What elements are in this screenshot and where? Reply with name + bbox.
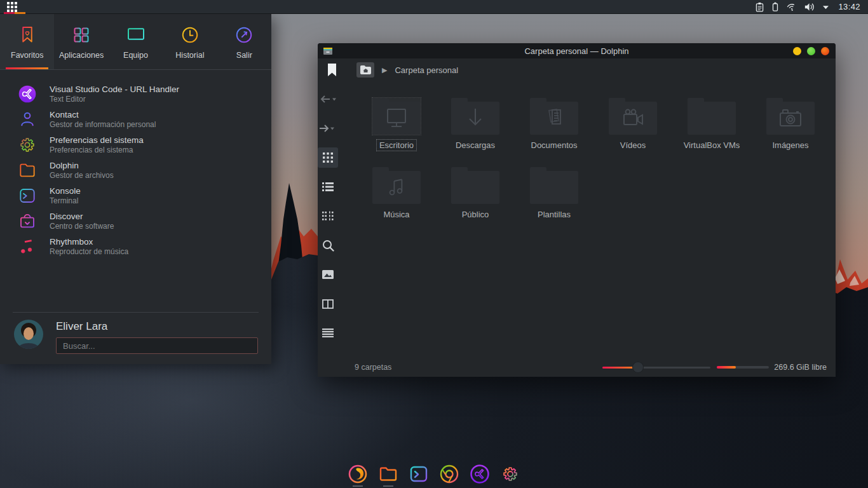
folder-documentos[interactable]: Documentos	[515, 98, 593, 151]
desktop: 13:42 Favoritos Aplicaciones Equip	[0, 0, 868, 488]
tab-label: Aplicaciones	[59, 51, 104, 60]
preview-icon[interactable]	[318, 264, 338, 285]
folder-label: Música	[381, 209, 412, 220]
logout-arrow-icon	[233, 24, 255, 46]
icons-view-button[interactable]	[318, 147, 338, 168]
app-title: Discover	[50, 211, 114, 222]
folder-label: VirtualBox VMs	[681, 140, 743, 151]
split-view-icon[interactable]	[318, 294, 338, 314]
folder-musica[interactable]: Música	[357, 167, 436, 220]
music-note-glyph	[372, 171, 421, 204]
app-item-kontact[interactable]: Kontact Gestor de información personal	[0, 107, 271, 132]
folder-videos[interactable]: Vídeos	[593, 98, 672, 151]
window-title: Carpeta personal — Dolphin	[318, 46, 836, 56]
bag-download-icon	[17, 210, 38, 232]
home-button[interactable]	[356, 62, 374, 78]
minimize-button[interactable]	[793, 47, 801, 55]
close-button[interactable]	[821, 47, 829, 55]
app-title: Dolphin	[50, 160, 114, 171]
plain-folder	[688, 102, 736, 135]
launcher-tabstrip: Favoritos Aplicaciones Equipo Historial	[0, 14, 271, 70]
system-tray: 13:42	[754, 1, 868, 13]
details-view-button[interactable]	[318, 206, 338, 226]
folder-escritorio[interactable]: Escritorio	[357, 98, 436, 151]
tab-historial[interactable]: Historial	[163, 14, 217, 69]
settings-gear-icon[interactable]	[499, 463, 521, 485]
search-input[interactable]	[56, 337, 258, 354]
vscode-icon	[17, 83, 38, 105]
volume-icon[interactable]	[804, 1, 816, 13]
folder-publico[interactable]: Público	[436, 167, 515, 220]
slider-handle[interactable]	[632, 362, 644, 373]
app-subtitle: Gestor de información personal	[50, 120, 156, 130]
monitor-glyph	[372, 102, 421, 135]
zoom-slider[interactable]	[602, 362, 710, 373]
forward-button[interactable]	[318, 118, 338, 139]
list-view-button[interactable]	[318, 177, 338, 197]
folder-descargas[interactable]: Descargas	[436, 98, 515, 151]
app-item-vscode[interactable]: Visual Studio Code - URL Handler Text Ed…	[0, 81, 271, 107]
folder-view: Escritorio Descargas Documentos	[338, 81, 840, 358]
chrome-icon[interactable]	[438, 463, 460, 485]
items-count: 9 carpetas	[355, 363, 391, 372]
app-subtitle: Gestor de archivos	[50, 171, 114, 180]
monitor-icon	[125, 24, 147, 46]
tab-salir[interactable]: Salir	[217, 14, 271, 69]
plain-folder	[451, 171, 499, 204]
maximize-button[interactable]	[807, 47, 815, 55]
network-icon[interactable]	[785, 1, 798, 13]
hamburger-menu-icon[interactable]	[318, 323, 338, 343]
music-notes-icon	[17, 236, 38, 257]
clock-icon	[179, 24, 201, 46]
tab-equipo[interactable]: Equipo	[109, 14, 163, 69]
download-arrow-glyph	[451, 102, 499, 135]
app-title: Konsole	[50, 186, 81, 196]
tab-favoritos[interactable]: Favoritos	[0, 14, 54, 69]
app-subtitle: Text Editor	[50, 95, 179, 104]
app-title: Visual Studio Code - URL Handler	[50, 84, 179, 95]
bookmark-icon[interactable]	[328, 64, 336, 77]
statusbar: 9 carpetas 269.6 GiB libre	[318, 358, 836, 377]
firefox-icon[interactable]	[347, 463, 369, 485]
folder-label: Vídeos	[618, 140, 648, 151]
favorites-list: Visual Studio Code - URL Handler Text Ed…	[0, 70, 271, 259]
app-title: Rhythmbox	[50, 236, 128, 247]
top-panel: 13:42	[0, 0, 868, 14]
folder-virtualbox-vms[interactable]: VirtualBox VMs	[672, 98, 751, 151]
app-subtitle: Reproductor de música	[50, 247, 128, 257]
search-icon[interactable]	[318, 235, 338, 255]
battery-icon[interactable]	[771, 1, 780, 13]
folder-label: Descargas	[453, 140, 498, 151]
chevron-down-icon[interactable]	[822, 1, 830, 13]
vscode-icon[interactable]	[469, 463, 491, 485]
app-subtitle: Preferencias del sistema	[50, 146, 144, 155]
clock[interactable]: 13:42	[836, 2, 860, 11]
disk-usage-bar	[717, 366, 769, 369]
photo-camera-glyph	[766, 102, 815, 135]
tab-label: Salir	[236, 51, 252, 60]
app-grid-icon	[70, 24, 93, 46]
divider	[13, 312, 259, 313]
user-area: Eliver Lara	[0, 312, 271, 364]
app-item-konsole[interactable]: Konsole Terminal	[0, 183, 271, 208]
app-item-preferencias[interactable]: Preferencias del sistema Preferencias de…	[0, 132, 271, 158]
app-item-rhythmbox[interactable]: Rhythmbox Reproductor de música	[0, 234, 271, 259]
launcher-active-underline	[4, 12, 25, 14]
dolphin-folder-icon[interactable]	[377, 463, 399, 485]
back-button[interactable]	[318, 89, 338, 109]
folder-plantillas[interactable]: Plantillas	[515, 167, 593, 220]
app-item-dolphin[interactable]: Dolphin Gestor de archivos	[0, 158, 271, 183]
app-item-discover[interactable]: Discover Centro de software	[0, 208, 271, 234]
avatar	[14, 320, 43, 349]
breadcrumb[interactable]: Carpeta personal	[395, 65, 458, 75]
app-launcher-button[interactable]	[0, 0, 28, 14]
tab-aplicaciones[interactable]: Aplicaciones	[54, 14, 108, 69]
launcher-grid-icon	[7, 2, 17, 12]
folder-imagenes[interactable]: Imágenes	[751, 98, 830, 151]
gear-icon	[17, 134, 38, 156]
titlebar[interactable]: Carpeta personal — Dolphin	[318, 43, 836, 58]
clipboard-icon[interactable]	[754, 1, 765, 13]
tab-label: Historial	[175, 51, 204, 60]
terminal-icon	[17, 185, 38, 207]
konsole-icon[interactable]	[408, 463, 430, 485]
